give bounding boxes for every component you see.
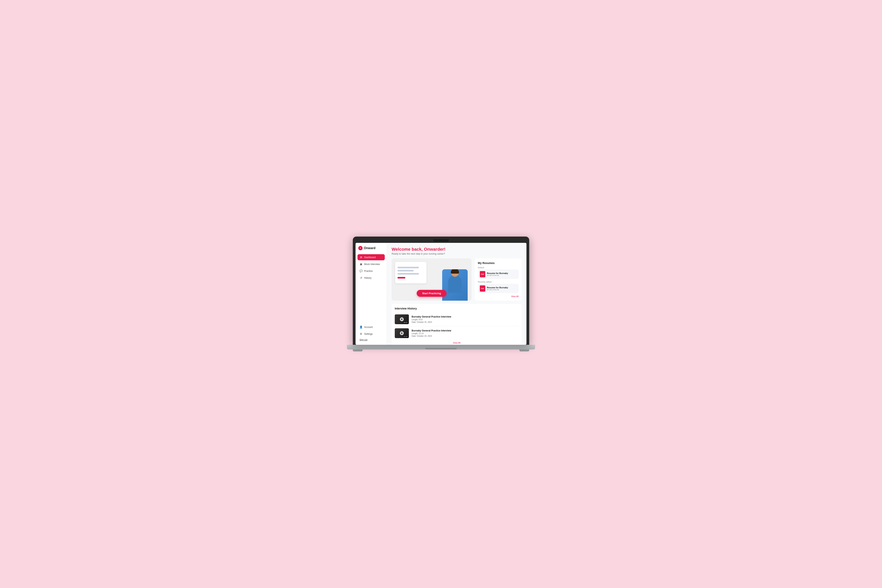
resume-size: 94 KB of 94 KB	[487, 274, 508, 276]
logo-icon: +	[358, 246, 363, 250]
sidebar-item-label: Account	[364, 326, 373, 328]
video-duration: 08:53	[403, 321, 408, 324]
mockup-button	[398, 277, 405, 279]
pdf-icon: PDF	[480, 285, 485, 292]
dashboard-icon: ⊞	[360, 256, 363, 259]
start-practicing-button[interactable]: Start Practicing	[417, 290, 447, 297]
logo: + Onward	[357, 246, 385, 250]
mockup-line	[398, 273, 419, 274]
resumes-title: My Resumes	[478, 261, 519, 265]
sign-out-link[interactable]: Sign out	[357, 338, 385, 342]
video-duration: 21:14	[403, 335, 408, 338]
resume-item-recent[interactable]: PDF Resume for Burnaby 94 KB of 94 KB	[478, 284, 519, 293]
video-thumbnail[interactable]: 21:14	[395, 328, 409, 338]
laptop-feet	[347, 350, 535, 351]
welcome-subtitle: Ready to take the next step in your nurs…	[392, 252, 522, 255]
resumes-card: My Resumes Default PDF Resume for Burnab…	[475, 258, 522, 301]
hero-card: Start Practicing	[392, 258, 472, 301]
resume-name: Resume for Burnaby	[487, 272, 508, 274]
history-item-date: Date: October 20, 2024	[412, 335, 451, 337]
default-label: Default	[478, 267, 519, 269]
history-section: Interview History 08:53 Burnaby General …	[392, 304, 522, 345]
recently-added-label: Recently added	[478, 281, 519, 283]
mockup-line	[398, 270, 414, 272]
camera-notch	[433, 239, 449, 242]
settings-icon: ⚙	[360, 332, 363, 335]
sidebar-bottom: 👤 Account ⚙ Settings Sign out	[357, 322, 385, 342]
sidebar-item-label: History	[364, 276, 371, 279]
play-triangle-icon	[401, 318, 403, 320]
history-item-title: Burnaby General Practice Interview	[412, 329, 451, 332]
sidebar: + Onward ⊞ Dashboard ▣ Mock Interview 💬	[356, 243, 387, 345]
history-title: Interview History	[395, 307, 519, 310]
laptop-foot-right	[519, 350, 529, 351]
hero-nurse-image	[442, 269, 468, 301]
history-item-info: Burnaby General Practice Interview Lengt…	[412, 329, 451, 337]
resume-name: Resume for Burnaby	[487, 286, 508, 289]
laptop-base	[347, 345, 535, 350]
laptop-foot-left	[353, 350, 363, 351]
resume-item-default[interactable]: PDF Resume for Burnaby 94 KB of 94 KB	[478, 270, 519, 279]
history-view-all-link[interactable]: View All	[395, 342, 519, 344]
mock-interview-icon: ▣	[360, 262, 363, 266]
sidebar-item-label: Settings	[364, 333, 373, 335]
pdf-icon: PDF	[480, 271, 485, 278]
hero-mockup	[395, 262, 426, 284]
history-item-length: Length: 21:14	[412, 332, 451, 334]
sidebar-item-history[interactable]: ↺ History	[357, 275, 385, 281]
sidebar-item-label: Practice	[364, 270, 373, 273]
resumes-view-all-link[interactable]: View All	[478, 295, 519, 297]
history-item: 21:14 Burnaby General Practice Interview…	[395, 326, 519, 340]
history-item-length: Length: 8:53	[412, 318, 451, 321]
account-icon: 👤	[360, 326, 363, 328]
history-icon: ↺	[360, 276, 363, 279]
sidebar-item-label: Mock Interview	[364, 263, 380, 266]
resume-info: Resume for Burnaby 94 KB of 94 KB	[487, 286, 508, 291]
mockup-line	[398, 267, 419, 268]
welcome-header: Welcome back, Onwarder! Ready to take th…	[392, 247, 522, 255]
video-thumbnail[interactable]: 08:53	[395, 314, 409, 324]
history-item-info: Burnaby General Practice Interview Lengt…	[412, 315, 451, 323]
sidebar-nav: ⊞ Dashboard ▣ Mock Interview 💬 Practice …	[357, 254, 385, 322]
history-item-date: Date: October 25, 2024	[412, 321, 451, 323]
resume-info: Resume for Burnaby 94 KB of 94 KB	[487, 272, 508, 276]
sidebar-item-practice[interactable]: 💬 Practice	[357, 268, 385, 274]
welcome-title: Welcome back, Onwarder!	[392, 247, 522, 252]
hero-section: Start Practicing My Resumes Default PDF …	[392, 258, 522, 301]
sidebar-item-label: Dashboard	[364, 256, 376, 259]
sidebar-item-dashboard[interactable]: ⊞ Dashboard	[357, 254, 385, 260]
resume-size: 94 KB of 94 KB	[487, 289, 508, 291]
sidebar-item-account[interactable]: 👤 Account	[357, 324, 385, 330]
play-triangle-icon	[401, 332, 403, 334]
logo-text: Onward	[364, 246, 375, 250]
history-item-title: Burnaby General Practice Interview	[412, 315, 451, 318]
main-content: Welcome back, Onwarder! Ready to take th…	[387, 243, 526, 345]
sidebar-item-mock-interview[interactable]: ▣ Mock Interview	[357, 261, 385, 267]
sidebar-item-settings[interactable]: ⚙ Settings	[357, 331, 385, 337]
laptop-hinge	[425, 348, 457, 350]
resumes-recent-section: Recently added PDF Resume for Burnaby 94…	[478, 281, 519, 293]
play-button[interactable]	[400, 331, 404, 335]
history-item: 08:53 Burnaby General Practice Interview…	[395, 312, 519, 326]
play-button[interactable]	[400, 317, 404, 321]
resumes-default-section: Default PDF Resume for Burnaby 94 KB of …	[478, 267, 519, 279]
practice-icon: 💬	[360, 270, 363, 273]
